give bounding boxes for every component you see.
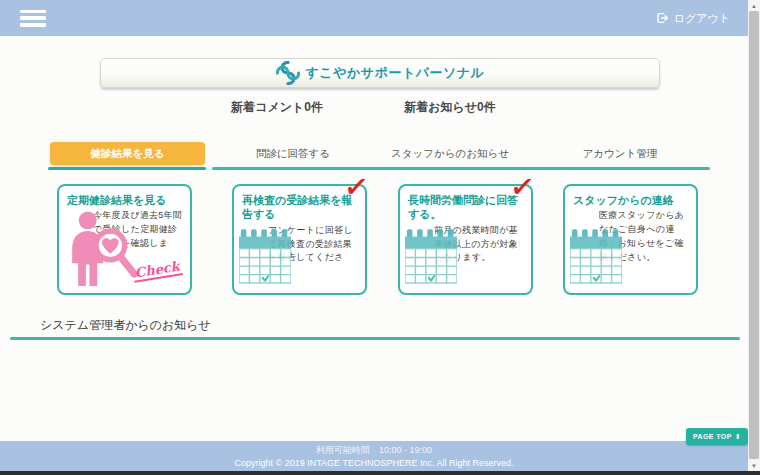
scroll-up-arrow[interactable]: ▲: [748, 0, 760, 11]
app-title: すこやかサポートパーソナル: [306, 64, 485, 82]
page-top-button[interactable]: PAGE TOP ⬆: [686, 428, 748, 445]
person-magnifier-heart-icon: [65, 209, 139, 289]
tab-staff-notices[interactable]: スタッフからのお知らせ: [380, 142, 520, 165]
arrow-up-icon: ⬆: [735, 433, 741, 441]
tab-answer-interview[interactable]: 問診に回答する: [233, 142, 353, 165]
service-hours: 利用可能時間 10:00 - 19:00: [316, 444, 432, 457]
calendar-check-icon: [570, 229, 622, 285]
scroll-down-arrow[interactable]: ▼: [748, 460, 760, 471]
footer: 利用可能時間 10:00 - 19:00 Copyright © 2019 IN…: [0, 441, 748, 471]
card-title: 長時間労働問診に回答する。: [408, 193, 524, 222]
hamburger-menu-button[interactable]: [20, 10, 46, 27]
new-notices-count: 新着お知らせ0件: [404, 99, 496, 116]
calendar-check-icon: [239, 229, 291, 285]
calendar-check-icon: [405, 229, 457, 285]
app-window: ログアウト すこやかサポートパーソナル 新着コメント0件 新着お知らせ0件 健診…: [0, 0, 760, 475]
admin-notices-heading: システム管理者からのお知らせ: [40, 317, 211, 334]
card-title: 定期健診結果を見る: [67, 193, 183, 207]
card-report-recheck-results[interactable]: ✓ 再検査の受診結果を報告する アンケートに回答して再検査の受診結果を報告してく…: [232, 184, 367, 295]
red-checkmark-icon: ✓: [342, 168, 371, 205]
card-title: スタッフからの連絡: [573, 193, 689, 207]
top-navbar: ログアウト: [0, 0, 748, 36]
vertical-scrollbar[interactable]: ▲ ▼: [748, 0, 760, 471]
card-staff-contact[interactable]: ✓ スタッフからの連絡 医療スタッフからあなたご自身への連絡・お知らせをご確認く…: [563, 184, 698, 295]
logout-label: ログアウト: [674, 11, 730, 26]
logout-button[interactable]: ログアウト: [655, 11, 730, 26]
new-comments-count: 新着コメント0件: [231, 99, 323, 116]
card-title: 再検査の受診結果を報告する: [242, 193, 358, 222]
page-top-label: PAGE TOP: [693, 433, 732, 440]
tab-account-management[interactable]: アカウント管理: [560, 142, 680, 165]
copyright: Copyright © 2019 INTAGE TECHNOSPHERE Inc…: [235, 458, 514, 468]
card-view-checkup-results[interactable]: ✓ 定期健診結果を見る 今年度及び過去5年間で受診した定期健診の結果を確認します…: [57, 184, 192, 295]
admin-notices-divider: [10, 337, 740, 340]
app-logo-bar: すこやかサポートパーソナル: [100, 58, 660, 88]
tab-underline-active: [48, 167, 206, 170]
scrollbar-thumb[interactable]: [749, 11, 759, 459]
logout-icon: [655, 11, 669, 25]
app-logo-icon: [276, 61, 300, 85]
tab-underline: [212, 167, 710, 170]
tab-health-results[interactable]: 健診結果を見る: [50, 142, 205, 165]
card-longhours-interview[interactable]: ✓ 長時間労働問診に回答する。 前月の残業時間が基準値以上の方が対象となります。: [398, 184, 533, 295]
window-bottom-edge: [0, 471, 760, 475]
red-checkmark-icon: ✓: [508, 168, 537, 205]
